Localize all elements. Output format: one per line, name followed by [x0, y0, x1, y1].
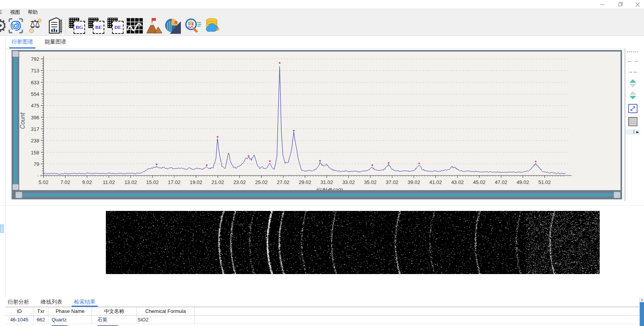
column-header-chinese-name[interactable]: 中文名称	[92, 307, 137, 315]
report-button[interactable]	[45, 17, 63, 35]
svg-text:27.02: 27.02	[277, 179, 289, 185]
column-header-phase-name[interactable]: Phase Name	[49, 307, 92, 315]
svg-text:25.02: 25.02	[255, 179, 268, 185]
svg-text:⚙: ⚙	[28, 27, 35, 35]
main-toolbar: ⚙ ⚖ ⚙ ⚙	[0, 16, 644, 36]
diffraction-chart-panel: 791582383173964755546337137925.027.029.0…	[12, 50, 622, 199]
horizontal-slider-track[interactable]	[22, 193, 614, 197]
panel-divider	[5, 37, 6, 297]
pie-triangle-icon: π	[164, 17, 182, 35]
svg-text:19.02: 19.02	[190, 179, 202, 185]
tab-bar-divider	[5, 48, 624, 49]
close-icon	[636, 2, 640, 7]
svg-text:45.02: 45.02	[473, 179, 486, 185]
svg-text:15.02: 15.02	[146, 179, 159, 185]
scroll-down-button[interactable]	[629, 91, 636, 99]
collapse-panel-button[interactable]: ▏▶	[626, 129, 640, 135]
result-tab-bar: 衍射分析 峰线列表 检索结果	[7, 297, 96, 307]
cell-txr: 662	[33, 316, 49, 324]
menu-database[interactable]: 车	[0, 9, 6, 16]
svg-text:554: 554	[31, 91, 39, 97]
svg-text:⚙: ⚙	[37, 17, 42, 23]
application-window: 车 视图 帮助 ⚙ ⚖ ⚙ ⚙	[0, 0, 644, 326]
tab-diffraction-pattern[interactable]: 衍射图谱	[11, 37, 34, 48]
horizontal-slider-handle-left[interactable]	[15, 192, 22, 198]
minimize-button[interactable]	[593, 0, 611, 8]
balance-gear-icon: ⚖ ⚙ ⚙	[26, 17, 44, 35]
grid-view-button[interactable]	[628, 117, 637, 126]
minimize-icon	[600, 2, 604, 7]
docked-panel-tab[interactable]	[0, 224, 4, 233]
menu-view[interactable]: 视图	[6, 9, 24, 16]
tab-search-results[interactable]: 检索结果	[73, 297, 96, 307]
horizontal-range-slider	[12, 190, 622, 199]
svg-text:Count: Count	[19, 112, 26, 129]
svg-text:713: 713	[31, 68, 39, 74]
table-header-row: ID Txr Phase Name 中文名称 Chemical Formula	[5, 307, 639, 316]
down-triangle-icon	[629, 84, 636, 87]
tab-diffraction-analysis[interactable]: 衍射分析	[7, 297, 30, 307]
cell-empty	[195, 316, 639, 324]
svg-text:23.02: 23.02	[233, 179, 246, 185]
settings-button[interactable]: ⚙	[0, 17, 5, 35]
curve-grid-icon	[126, 17, 144, 34]
drag-handle-icon[interactable]: ••••••	[627, 50, 639, 54]
restore-button[interactable]	[612, 0, 629, 8]
svg-text:238: 238	[31, 138, 39, 144]
be-button[interactable]: BE	[87, 17, 105, 35]
identify-button[interactable]	[7, 17, 25, 35]
fullscreen-button[interactable]	[628, 104, 637, 113]
column-header-id[interactable]: ID	[5, 307, 33, 315]
horizontal-slider-handle-right[interactable]	[614, 192, 621, 198]
svg-text:792: 792	[31, 56, 39, 62]
table-row[interactable]: 46-1045 662 Quartz 石英 SiO2	[5, 316, 639, 324]
svg-text:9.02: 9.02	[82, 179, 92, 185]
database-cloud-icon: ⚙	[203, 17, 221, 35]
vertical-slider-handle-bottom[interactable]	[12, 184, 19, 190]
spectrum-search-button[interactable]	[184, 17, 201, 35]
menu-help[interactable]: 帮助	[24, 9, 42, 16]
chart-side-toolbar: •••••• ←→ →← ▏▶	[625, 48, 641, 201]
collapse-right-icon: ▏▶	[634, 130, 639, 134]
de-button[interactable]: DE	[107, 17, 124, 35]
table-scrollbar: ▲	[639, 297, 644, 326]
scrollbar-up-arrow[interactable]: ▲	[639, 297, 644, 302]
column-header-chemical-formula[interactable]: Chemical Formula	[137, 307, 195, 315]
tab-energy-spectrum[interactable]: 能量图谱	[44, 37, 67, 48]
svg-text:633: 633	[31, 80, 39, 85]
bg-subtract-button[interactable]: BG	[68, 17, 86, 35]
title-bar	[0, 0, 644, 8]
bg-doc-icon: BG	[69, 18, 85, 34]
svg-text:51.02: 51.02	[539, 179, 551, 185]
peak-search-button[interactable]	[145, 17, 163, 35]
section-divider	[0, 205, 644, 206]
calibration-button[interactable]: ⚖ ⚙ ⚙	[26, 17, 44, 35]
cell-phase-name: Quartz	[49, 316, 92, 324]
svg-text:158: 158	[31, 150, 39, 155]
cell-chinese-name: 石英	[92, 316, 137, 324]
geometry-analysis-button[interactable]: π	[164, 17, 182, 35]
restore-icon	[618, 2, 623, 7]
scrollbar-thumb[interactable]	[640, 302, 644, 326]
svg-text:317: 317	[31, 126, 39, 132]
expand-horizontal-button[interactable]: ←→	[627, 55, 639, 65]
vertical-slider-track[interactable]	[14, 54, 17, 186]
svg-text:49.02: 49.02	[517, 179, 529, 185]
svg-text:11.02: 11.02	[103, 179, 115, 185]
tab-peak-list[interactable]: 峰线列表	[40, 297, 63, 307]
column-header-txr[interactable]: Txr	[33, 307, 49, 315]
curve-grid-button[interactable]	[126, 17, 144, 35]
menu-bar: 车 视图 帮助	[0, 8, 644, 16]
close-button[interactable]	[629, 0, 644, 8]
collapse-horizontal-icon: →←	[627, 68, 639, 74]
collapse-horizontal-button[interactable]: →←	[627, 66, 639, 75]
scroll-up-button[interactable]	[629, 79, 636, 87]
vertical-slider-handle-top[interactable]	[12, 51, 19, 57]
svg-text:47.02: 47.02	[495, 179, 507, 185]
database-cloud-button[interactable]: ⚙	[203, 17, 221, 35]
column-header-empty	[195, 307, 639, 315]
fingerprint-icon	[7, 17, 24, 34]
plot-area[interactable]: 791582383173964755546337137925.027.029.0…	[19, 52, 621, 190]
svg-text:7.02: 7.02	[60, 179, 70, 185]
search-results-table: ID Txr Phase Name 中文名称 Chemical Formula …	[5, 307, 639, 326]
